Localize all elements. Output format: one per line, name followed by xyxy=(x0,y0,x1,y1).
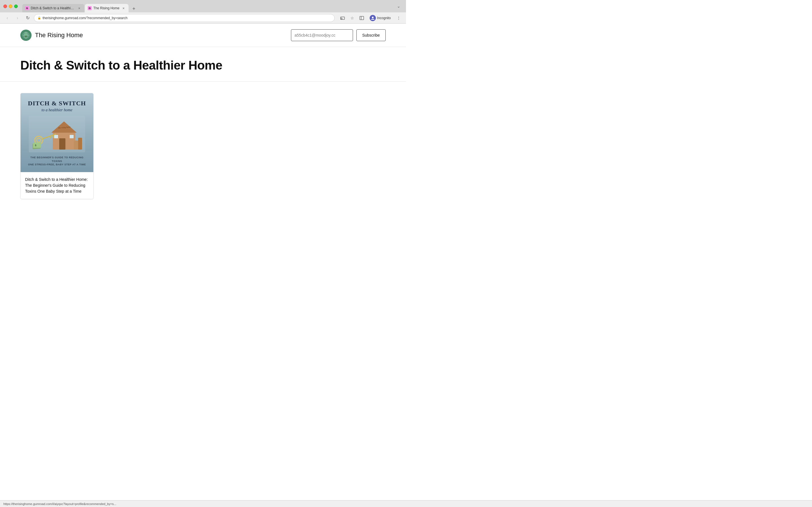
site-logo-area[interactable]: The Rising Home xyxy=(20,30,83,41)
product-card[interactable]: DITCH & SWITCH to a healthier home xyxy=(20,93,94,199)
product-info: Ditch & Switch to a Healthier Home: The … xyxy=(20,172,93,199)
book-main-title: DITCH & SWITCH xyxy=(28,100,86,107)
page-title: Ditch & Switch to a Healthier Home xyxy=(20,58,386,72)
address-bar: ‹ › ↻ 🔒 therisinghome.gumroad.com/?recom… xyxy=(0,12,406,24)
profile-label: Incognito xyxy=(377,16,391,20)
book-illustration: the rising home xyxy=(29,116,85,152)
tab2-close-button[interactable]: ✕ xyxy=(121,6,126,10)
tab-expand-button[interactable]: ⌄ xyxy=(395,3,403,10)
footer-line2: ONE STRESS-FREE, BABY STEP AT A TIME xyxy=(26,163,88,166)
email-input[interactable] xyxy=(291,29,353,41)
more-options-button[interactable]: ⋮ xyxy=(395,14,403,22)
products-area: DITCH & SWITCH to a healthier home xyxy=(0,82,406,210)
subscribe-button[interactable]: Subscribe xyxy=(356,29,386,41)
minimize-window-button[interactable] xyxy=(9,4,12,8)
header-right: Subscribe xyxy=(291,29,386,41)
svg-text:$: $ xyxy=(35,144,36,147)
svg-rect-15 xyxy=(59,138,65,150)
book-cover-mock: DITCH & SWITCH to a healthier home xyxy=(20,93,93,172)
svg-point-4 xyxy=(372,17,373,18)
bookmark-star-button[interactable]: ☆ xyxy=(348,14,356,22)
cast-icon xyxy=(340,16,345,20)
tabs-bar: G Ditch & Switch to a Healthier ... ✕ G … xyxy=(22,0,393,12)
address-text: therisinghome.gumroad.com/?recommended_b… xyxy=(43,16,331,20)
cast-icon-button[interactable] xyxy=(339,14,347,22)
svg-rect-11 xyxy=(26,36,27,37)
lock-icon: 🔒 xyxy=(38,16,41,19)
browser-toolbar-icons: ☆ Incognito ⋮ xyxy=(339,14,403,22)
book-footer-text: THE BEGINNER'S GUIDE TO REDUCING TOXINS … xyxy=(26,156,88,166)
site-header: The Rising Home Subscribe xyxy=(0,24,406,47)
footer-line1: THE BEGINNER'S GUIDE TO REDUCING TOXINS xyxy=(26,156,88,163)
tab1-favicon: G xyxy=(25,6,29,10)
address-field[interactable]: 🔒 therisinghome.gumroad.com/?recommended… xyxy=(34,14,335,22)
back-button[interactable]: ‹ xyxy=(3,14,11,22)
svg-point-10 xyxy=(24,33,28,36)
tab1-close-button[interactable]: ✕ xyxy=(77,6,82,10)
site-name: The Rising Home xyxy=(35,32,83,39)
tab1-title: Ditch & Switch to a Healthier ... xyxy=(31,6,75,10)
browser-chrome: G Ditch & Switch to a Healthier ... ✕ G … xyxy=(0,0,406,24)
sidebar-button[interactable] xyxy=(358,14,366,22)
browser-tab-1[interactable]: G Ditch & Switch to a Healthier ... ✕ xyxy=(22,4,84,12)
profile-button[interactable]: Incognito xyxy=(367,14,393,22)
website-content: The Rising Home Subscribe Ditch & Switch… xyxy=(0,24,406,210)
logo-svg xyxy=(22,31,30,40)
close-window-button[interactable] xyxy=(3,4,7,8)
book-subtitle: to a healthier home xyxy=(28,108,86,112)
svg-rect-16 xyxy=(54,135,58,138)
svg-rect-19 xyxy=(78,138,82,150)
traffic-lights xyxy=(3,4,18,8)
person-icon xyxy=(371,16,375,20)
browser-titlebar: G Ditch & Switch to a Healthier ... ✕ G … xyxy=(0,0,406,12)
site-logo-icon xyxy=(20,30,32,41)
forward-button[interactable]: › xyxy=(13,14,21,22)
browser-tab-2[interactable]: G The Rising Home ✕ xyxy=(85,4,129,12)
page-title-area: Ditch & Switch to a Healthier Home xyxy=(0,47,406,82)
tab2-favicon: G xyxy=(88,6,92,10)
product-card-title: Ditch & Switch to a Healthier Home: The … xyxy=(25,177,89,194)
product-image: DITCH & SWITCH to a healthier home xyxy=(20,93,93,172)
sidebar-icon xyxy=(359,16,364,20)
refresh-button[interactable]: ↻ xyxy=(24,14,32,22)
new-tab-button[interactable]: + xyxy=(130,5,138,12)
maximize-window-button[interactable] xyxy=(14,4,18,8)
tab2-title: The Rising Home xyxy=(93,6,119,10)
profile-avatar xyxy=(370,15,376,21)
svg-rect-17 xyxy=(70,135,73,138)
book-title-area: DITCH & SWITCH to a healthier home xyxy=(28,100,86,112)
svg-rect-28 xyxy=(33,143,41,148)
svg-rect-2 xyxy=(360,16,364,20)
